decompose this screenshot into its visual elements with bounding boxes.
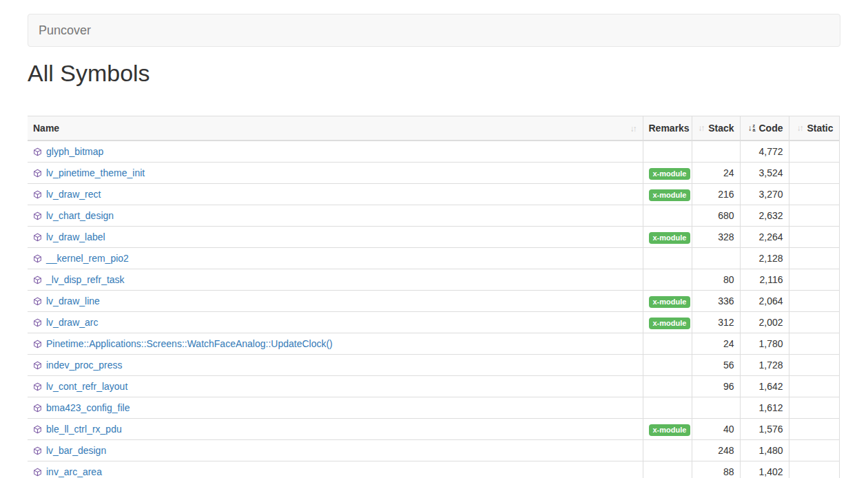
name-cell: lv_draw_rect [28,184,643,205]
column-label: Remarks [649,121,690,135]
cube-icon [33,169,42,178]
static-value [789,376,839,397]
stack-value [692,397,740,419]
column-label: Stack [708,121,734,135]
cube-icon [33,446,42,455]
symbol-link[interactable]: lv_pinetime_theme_init [46,166,145,180]
symbol-link[interactable]: lv_bar_design [46,444,106,457]
symbol-link[interactable]: ble_ll_ctrl_rx_pdu [46,422,122,436]
symbol-link[interactable]: lv_draw_arc [46,315,98,329]
code-value: 1,780 [740,333,789,355]
symbol-link[interactable]: __kernel_rem_pio2 [46,251,129,265]
name-cell: inv_arc_area [28,461,643,478]
stack-value: 328 [692,227,740,248]
symbol-link[interactable]: bma423_config_file [46,401,130,415]
symbol-link[interactable]: indev_proc_press [46,358,123,372]
table-row: indev_proc_press561,728 [28,355,839,376]
static-value [789,141,839,163]
remarks-cell: x-module [643,184,692,205]
table-row: bma423_config_file1,612 [28,397,839,419]
table-row: lv_draw_labelx-module3282,264 [28,227,839,248]
symbol-link[interactable]: glyph_bitmap [46,145,103,158]
static-value [789,227,839,248]
name-cell: lv_draw_line [28,291,643,312]
symbol-link[interactable]: Pinetime::Applications::Screens::WatchFa… [46,337,333,351]
remarks-cell: x-module [643,312,692,333]
cube-icon [33,297,42,306]
symbol-link[interactable]: lv_chart_design [46,209,114,222]
remarks-cell [643,461,692,478]
table-row: __kernel_rem_pio22,128 [28,248,839,269]
name-cell: bma423_config_file [28,397,643,419]
table-row: lv_chart_design6802,632 [28,205,839,227]
column-header-static[interactable]: ↓↑Static [789,116,839,141]
static-value [789,397,839,419]
symbol-link[interactable]: lv_draw_line [46,294,100,308]
static-value [789,205,839,227]
code-value: 1,480 [740,440,789,461]
symbol-link[interactable]: lv_draw_label [46,230,105,244]
code-value: 1,728 [740,355,789,376]
cube-icon [33,382,42,391]
code-value: 1,402 [740,461,789,478]
code-value: 2,128 [740,248,789,269]
name-cell: __kernel_rem_pio2 [28,248,643,269]
symbol-link[interactable]: lv_cont_refr_layout [46,380,127,393]
column-header-name[interactable]: Name↓↑ [28,116,643,141]
name-cell: indev_proc_press [28,355,643,376]
stack-value: 24 [692,163,740,184]
static-value [789,163,839,184]
table-row: inv_arc_area881,402 [28,461,839,478]
name-cell: lv_chart_design [28,205,643,227]
table-row: lv_draw_rectx-module2163,270 [28,184,839,205]
static-value [789,184,839,205]
symbol-link[interactable]: _lv_disp_refr_task [46,273,125,287]
cube-icon [33,404,42,413]
remarks-cell [643,376,692,397]
table-row: ble_ll_ctrl_rx_pdux-module401,576 [28,419,839,440]
navbar-brand-link[interactable]: Puncover [39,23,91,37]
remarks-cell [643,355,692,376]
code-value: 1,612 [740,397,789,419]
table-row: Pinetime::Applications::Screens::WatchFa… [28,333,839,355]
name-cell: lv_bar_design [28,440,643,461]
remarks-cell: x-module [643,163,692,184]
page-container: Puncover All Symbols Name↓↑Remarks↓↑Stac… [28,14,840,478]
column-header-code[interactable]: ↓zaCode [740,116,789,141]
stack-value: 96 [692,376,740,397]
static-value [789,291,839,312]
column-label: Static [807,121,833,135]
stack-value: 80 [692,269,740,291]
remarks-cell: x-module [643,419,692,440]
sort-up-down-icon: ↓↑ [796,124,803,132]
code-value: 3,270 [740,184,789,205]
table-row: lv_draw_arcx-module3122,002 [28,312,839,333]
remarks-cell [643,397,692,419]
page-title: All Symbols [28,61,840,86]
x-module-badge: x-module [649,168,691,180]
name-cell: lv_cont_refr_layout [28,376,643,397]
name-cell: lv_draw_label [28,227,643,248]
symbol-link[interactable]: lv_draw_rect [46,187,101,201]
code-value: 2,002 [740,312,789,333]
table-row: lv_draw_linex-module3362,064 [28,291,839,312]
name-cell: glyph_bitmap [28,141,643,163]
symbol-link[interactable]: inv_arc_area [46,465,102,478]
name-cell: lv_draw_arc [28,312,643,333]
code-value: 2,064 [740,291,789,312]
sort-up-down-icon: ↓↑ [698,124,705,132]
stack-value: 24 [692,333,740,355]
table-row: lv_pinetime_theme_initx-module243,524 [28,163,839,184]
remarks-cell [643,248,692,269]
column-header-stack[interactable]: ↓↑Stack [692,116,740,141]
static-value [789,419,839,440]
stack-value: 40 [692,419,740,440]
static-value [789,461,839,478]
code-value: 1,642 [740,376,789,397]
table-row: _lv_disp_refr_task802,116 [28,269,839,291]
stack-value: 680 [692,205,740,227]
code-value: 4,772 [740,141,789,163]
remarks-cell [643,269,692,291]
stack-value: 336 [692,291,740,312]
stack-value: 248 [692,440,740,461]
